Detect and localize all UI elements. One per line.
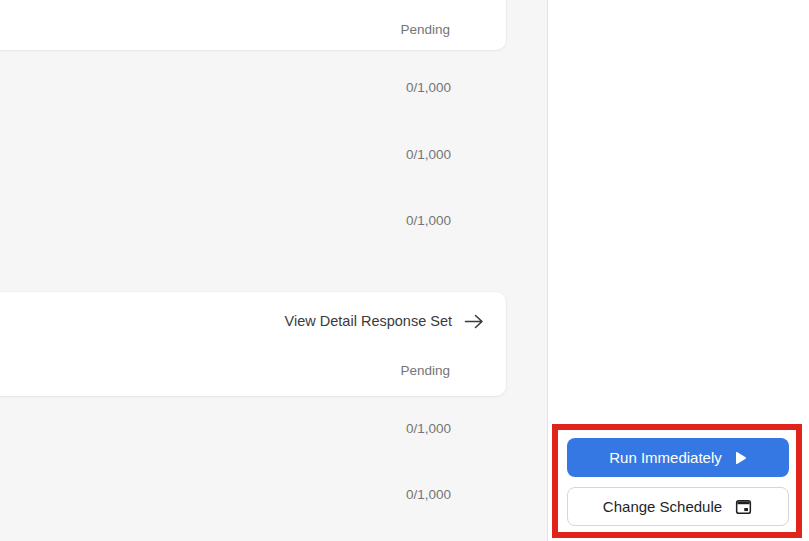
run-immediately-button[interactable]: Run Immediately [567, 438, 789, 477]
status-text: Pending [400, 21, 450, 38]
view-detail-response-set-link[interactable]: View Detail Response Set [285, 311, 485, 331]
quota-count: 0/1,000 [406, 420, 451, 437]
run-immediately-label: Run Immediately [609, 449, 722, 466]
screen: Pending 0/1,000 0/1,000 0/1,000 View Det… [0, 0, 809, 541]
quota-count: 0/1,000 [406, 79, 451, 96]
change-schedule-button[interactable]: Change Schedule [567, 487, 789, 526]
status-text: Pending [400, 362, 450, 379]
calendar-icon [734, 497, 753, 516]
view-detail-response-set-label: View Detail Response Set [285, 311, 452, 331]
quota-table-region: Pending 0/1,000 0/1,000 0/1,000 View Det… [0, 0, 548, 541]
play-icon [734, 451, 747, 465]
response-set-card [0, 292, 506, 396]
quota-count: 0/1,000 [406, 212, 451, 229]
action-panel: Run Immediately Change Schedule [549, 0, 809, 541]
arrow-right-icon [464, 314, 485, 329]
change-schedule-label: Change Schedule [603, 498, 722, 515]
quota-count: 0/1,000 [406, 486, 451, 503]
quota-count: 0/1,000 [406, 146, 451, 163]
